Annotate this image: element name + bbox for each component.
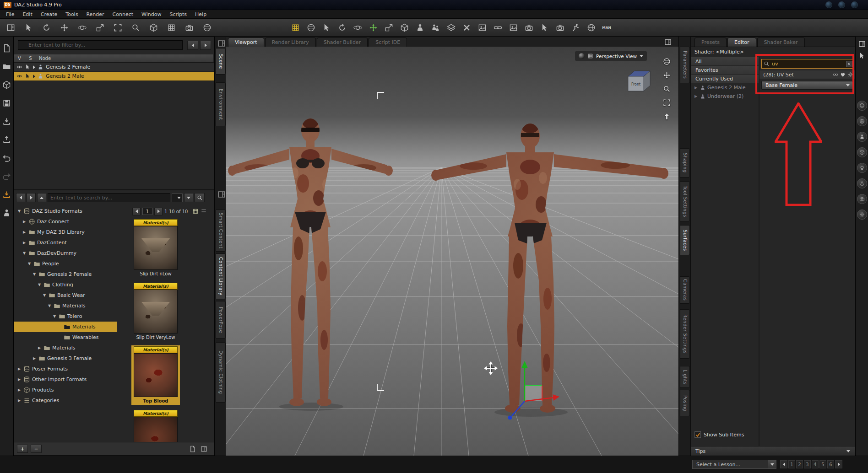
thumbnail-image[interactable] [134,417,178,442]
page-prev-button[interactable] [132,208,141,215]
tree-expand-arrow[interactable] [22,251,27,255]
camera-view-dropdown[interactable]: Perspective View [575,51,647,61]
list-view-icon[interactable] [201,208,207,215]
search-scope-dropdown[interactable] [172,194,183,202]
tab-render-library[interactable]: Render Library [265,38,316,47]
tree-item[interactable]: Daz Connect [14,216,117,227]
tab-cameras[interactable]: Cameras [680,276,690,304]
filter-row[interactable]: All [691,57,759,66]
tab-tool-settings[interactable]: Tool Settings [680,181,690,221]
content-search-input[interactable] [48,193,170,202]
grid-toggle-icon[interactable] [289,22,301,34]
thumbnail-item[interactable]: Material(s) Top Blood [131,345,180,405]
scene-node-row[interactable]: Genesis 2 Female [14,63,214,72]
maximize-button[interactable] [838,1,845,8]
lesson-page-number[interactable]: 6 [827,460,834,468]
tree-item[interactable]: Categories [14,395,117,406]
layout-pane-icon[interactable] [5,22,16,33]
filter-row[interactable]: Favorites [691,66,759,75]
settings-gear-icon[interactable] [857,210,867,220]
lesson-page-number[interactable]: 5 [819,460,826,468]
universal-manipulator-icon[interactable] [367,22,379,34]
select-tool-icon[interactable] [22,22,34,33]
lesson-page-number[interactable]: 1 [788,460,795,468]
save-icon[interactable] [2,98,12,108]
surface-layers-icon[interactable] [445,22,457,34]
tab-editor[interactable]: Editor [727,38,756,47]
primitive-cube-icon[interactable] [857,147,867,157]
tree-expand-arrow[interactable] [17,367,22,371]
tree-item[interactable]: DazDevDummy [14,248,117,258]
tree-item[interactable]: My DAZ 3D Library [14,227,117,237]
pan-tool-icon[interactable] [58,22,70,33]
scale-tool-icon[interactable] [94,22,106,33]
tree-item[interactable]: Clothing [14,280,117,290]
tab-environment[interactable]: Environment [216,82,226,126]
menu-item[interactable]: Scripts [165,11,191,18]
tree-expand-arrow[interactable] [22,241,27,245]
add-button[interactable]: + [17,445,28,453]
grid-view-icon[interactable] [192,208,199,215]
zoom-view-icon[interactable] [662,84,671,93]
pane-menu-icon[interactable] [217,190,226,199]
selection-cursor-icon[interactable] [25,64,31,70]
pane-menu-icon[interactable] [217,39,226,48]
lesson-page-number[interactable]: 2 [796,460,803,468]
rotate-tool-icon[interactable] [40,22,52,33]
tab-presets[interactable]: Presets [694,38,727,47]
reset-view-icon[interactable] [662,112,671,121]
camera-icon[interactable] [857,194,867,204]
image-editor-icon[interactable] [507,22,519,34]
orbit-tool-icon[interactable] [76,22,88,33]
tab-content-library[interactable]: Content Library [216,253,226,299]
tab-parameters[interactable]: Parameters [680,47,690,83]
scene-ball-icon[interactable] [201,22,213,33]
tree-item[interactable]: DAZ Studio Formats [14,206,117,216]
tab-shaping[interactable]: Shaping [680,148,690,177]
tree-expand-arrow[interactable] [37,283,42,287]
tree-item[interactable]: Materials [14,301,117,311]
menu-item[interactable]: Help [191,11,211,18]
menu-item[interactable]: Edit [18,11,36,18]
show-sub-items-checkbox[interactable]: Show Sub Items [694,431,744,438]
tree-item[interactable]: Products [14,385,117,395]
nav-up-button[interactable] [37,193,46,202]
pane-icon[interactable] [858,40,866,48]
tree-expand-arrow[interactable] [37,346,42,350]
search-go-button[interactable] [195,193,205,202]
scene-node-row[interactable]: Genesis 2 Male [14,72,214,81]
visibility-eye-icon[interactable] [16,64,22,70]
filter-next-button[interactable] [200,41,211,50]
search-options-dropdown[interactable] [184,193,193,202]
menu-item[interactable]: Create [37,11,62,18]
tree-expand-arrow[interactable] [22,230,27,234]
package-icon[interactable] [2,80,12,90]
figure-icon[interactable] [857,132,867,142]
remove-button[interactable]: − [31,445,42,453]
pointer-icon[interactable] [858,52,866,59]
puppeteer-icon[interactable] [585,22,597,34]
link-icon[interactable] [492,22,504,34]
lesson-next-button[interactable] [835,460,842,468]
tree-item[interactable]: Materials [14,343,117,353]
tab-scene[interactable]: Scene [216,48,226,75]
thumbnail-item[interactable]: Material(s) Slip Dirt nLow [131,218,180,278]
panel-splitter[interactable] [759,57,760,447]
tree-item[interactable]: Wearables [14,332,117,343]
tree-expand-arrow[interactable] [17,388,22,392]
page-next-button[interactable] [154,208,163,215]
minimize-button[interactable] [825,1,832,8]
tree-expand-arrow[interactable] [17,209,22,213]
tab-posing[interactable]: Posing [680,390,690,416]
thumbnail-image[interactable] [134,353,178,397]
tree-item[interactable]: Materials [14,322,117,332]
tree-expand-arrow[interactable] [32,356,37,360]
close-button[interactable] [851,1,858,8]
camera-ball-icon[interactable] [579,53,585,59]
powerpose-icon[interactable] [570,22,581,34]
page-number-box[interactable]: 1 [142,208,152,215]
expand-arrow-icon[interactable] [694,94,698,98]
menu-item[interactable]: Window [137,11,165,18]
smart-sphere-icon[interactable] [305,22,317,34]
node-select-icon[interactable] [320,22,332,34]
